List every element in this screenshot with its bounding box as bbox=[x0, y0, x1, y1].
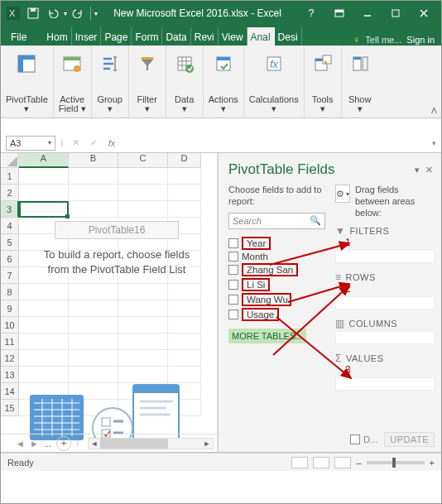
field-item[interactable]: Year bbox=[228, 236, 325, 251]
more-tables-link[interactable]: MORE TABLES... bbox=[228, 329, 306, 343]
area-values[interactable]: ΣVALUES 3 bbox=[335, 353, 435, 391]
col-header-c[interactable]: C bbox=[118, 153, 168, 168]
tab-home[interactable]: Hom bbox=[43, 27, 71, 46]
row-header[interactable]: 5 bbox=[1, 234, 19, 251]
view-pagebreak-icon[interactable] bbox=[334, 457, 351, 468]
bulb-icon: ♀ bbox=[353, 34, 360, 46]
choose-fields-label: Choose fields to add to report: bbox=[228, 185, 325, 208]
zoom-out-icon[interactable]: – bbox=[356, 458, 361, 468]
row-header[interactable]: 15 bbox=[1, 400, 19, 416]
tab-design[interactable]: Desi bbox=[275, 27, 302, 46]
ribbon-display-icon[interactable] bbox=[325, 5, 353, 22]
view-normal-icon[interactable] bbox=[291, 457, 308, 468]
tab-review[interactable]: Revi bbox=[191, 27, 219, 46]
svg-point-15 bbox=[74, 65, 80, 72]
ribbon-calculations[interactable]: fxCalculations ▾ bbox=[244, 46, 305, 118]
checkbox[interactable] bbox=[228, 310, 238, 319]
minimize-button[interactable] bbox=[353, 5, 382, 22]
ribbon-tools[interactable]: Tools ▾ bbox=[305, 46, 342, 118]
redo-icon[interactable] bbox=[69, 4, 87, 22]
field-pane-options[interactable]: ⚙▾ bbox=[335, 185, 350, 203]
worksheet[interactable]: A B C D 1 2 3 4 5 6 7 8 9 10 11 12 13 14… bbox=[1, 153, 218, 452]
help-icon[interactable]: ? bbox=[297, 5, 325, 22]
ribbon-data[interactable]: Data ▾ bbox=[166, 46, 204, 118]
area-columns[interactable]: ▥COLUMNS bbox=[335, 318, 435, 344]
ribbon-filter[interactable]: Filter ▾ bbox=[129, 46, 166, 118]
checkbox[interactable] bbox=[228, 280, 238, 290]
field-item[interactable]: Wang Wu bbox=[228, 292, 325, 307]
update-button[interactable]: UPDATE bbox=[384, 432, 435, 447]
col-header-a[interactable]: A bbox=[19, 153, 69, 168]
select-all-triangle[interactable] bbox=[1, 153, 19, 168]
fx-icon[interactable]: fx bbox=[105, 138, 118, 148]
field-list: Year Month Zhang San Li Si Wang Wu Usage bbox=[228, 236, 325, 322]
zoom-slider[interactable] bbox=[367, 461, 425, 464]
formula-input[interactable] bbox=[123, 136, 427, 151]
area-filters[interactable]: ▼FILTERS 1 bbox=[335, 225, 435, 263]
tab-view[interactable]: View bbox=[219, 27, 247, 46]
row-header[interactable]: 8 bbox=[1, 284, 19, 300]
row-header[interactable]: 14 bbox=[1, 383, 19, 400]
checkbox[interactable] bbox=[228, 265, 238, 275]
svg-rect-14 bbox=[64, 57, 80, 60]
zoom-in-icon[interactable]: + bbox=[430, 458, 435, 468]
row-header[interactable]: 4 bbox=[1, 218, 19, 234]
checkbox[interactable] bbox=[228, 238, 238, 248]
close-button[interactable] bbox=[410, 5, 438, 22]
search-icon: 🔍 bbox=[310, 215, 321, 226]
enter-formula-icon[interactable]: ✓ bbox=[87, 137, 100, 148]
field-item[interactable]: Zhang San bbox=[228, 262, 325, 277]
row-header[interactable]: 11 bbox=[1, 334, 19, 350]
view-pagelayout-icon[interactable] bbox=[313, 457, 329, 468]
horizontal-scrollbar[interactable]: ◄► bbox=[88, 438, 214, 449]
active-cell[interactable] bbox=[19, 201, 69, 218]
field-label: Li Si bbox=[242, 278, 270, 291]
ribbon-show[interactable]: Show ▾ bbox=[342, 46, 378, 118]
row-header[interactable]: 12 bbox=[1, 350, 19, 367]
checkbox[interactable] bbox=[228, 295, 238, 305]
add-sheet-button[interactable]: + bbox=[56, 436, 71, 451]
row-header[interactable]: 3 bbox=[1, 201, 19, 218]
field-item[interactable]: Li Si bbox=[228, 277, 325, 292]
area-rows[interactable]: ≡ROWS 2 bbox=[335, 271, 435, 310]
tab-formulas[interactable]: Form bbox=[132, 27, 162, 46]
row-header[interactable]: 10 bbox=[1, 317, 19, 334]
save-icon[interactable] bbox=[24, 4, 42, 22]
ribbon-group[interactable]: Group ▾ bbox=[92, 46, 129, 118]
svg-rect-27 bbox=[353, 57, 361, 60]
tab-data[interactable]: Data bbox=[162, 27, 190, 46]
tab-analyze[interactable]: Anal bbox=[247, 27, 275, 46]
maximize-button[interactable] bbox=[382, 5, 410, 22]
sheet-ellipsis[interactable]: ... bbox=[44, 439, 51, 449]
ribbon-pivottable[interactable]: PivotTable ▾ bbox=[1, 46, 54, 118]
field-item[interactable]: Month bbox=[228, 251, 325, 262]
tell-me[interactable]: Tell me... bbox=[365, 35, 401, 45]
cancel-formula-icon[interactable]: ✕ bbox=[69, 137, 82, 148]
row-header[interactable]: 9 bbox=[1, 300, 19, 317]
row-header[interactable]: 13 bbox=[1, 367, 19, 383]
field-search-input[interactable]: Search🔍 bbox=[228, 213, 325, 229]
pane-dropdown-icon[interactable]: ▾ bbox=[415, 165, 421, 175]
ribbon-actions[interactable]: Actions ▾ bbox=[204, 46, 244, 118]
checkbox[interactable] bbox=[228, 252, 238, 262]
defer-layout-checkbox[interactable]: D... bbox=[350, 434, 377, 444]
ribbon-active-field[interactable]: Active Field ▾ bbox=[54, 46, 92, 118]
filter-icon: ▼ bbox=[335, 225, 345, 237]
tab-insert[interactable]: Inser bbox=[72, 27, 102, 46]
col-header-d[interactable]: D bbox=[168, 153, 201, 168]
row-header[interactable]: 7 bbox=[1, 267, 19, 284]
name-box[interactable]: A3▾ bbox=[6, 136, 55, 151]
tab-next-icon[interactable]: ► bbox=[30, 439, 39, 449]
tab-pagelayout[interactable]: Page bbox=[101, 27, 132, 46]
row-header[interactable]: 1 bbox=[1, 168, 19, 185]
tab-prev-icon[interactable]: ◄ bbox=[16, 439, 25, 449]
pane-close-icon[interactable]: ✕ bbox=[425, 165, 435, 175]
collapse-ribbon-icon[interactable]: ᐱ bbox=[431, 106, 437, 115]
tab-file[interactable]: File bbox=[2, 29, 35, 46]
row-header[interactable]: 6 bbox=[1, 251, 19, 267]
sign-in[interactable]: Sign in bbox=[406, 35, 435, 45]
col-header-b[interactable]: B bbox=[69, 153, 118, 168]
row-header[interactable]: 2 bbox=[1, 185, 19, 201]
field-item[interactable]: Usage bbox=[228, 307, 325, 322]
undo-icon[interactable] bbox=[44, 4, 62, 22]
